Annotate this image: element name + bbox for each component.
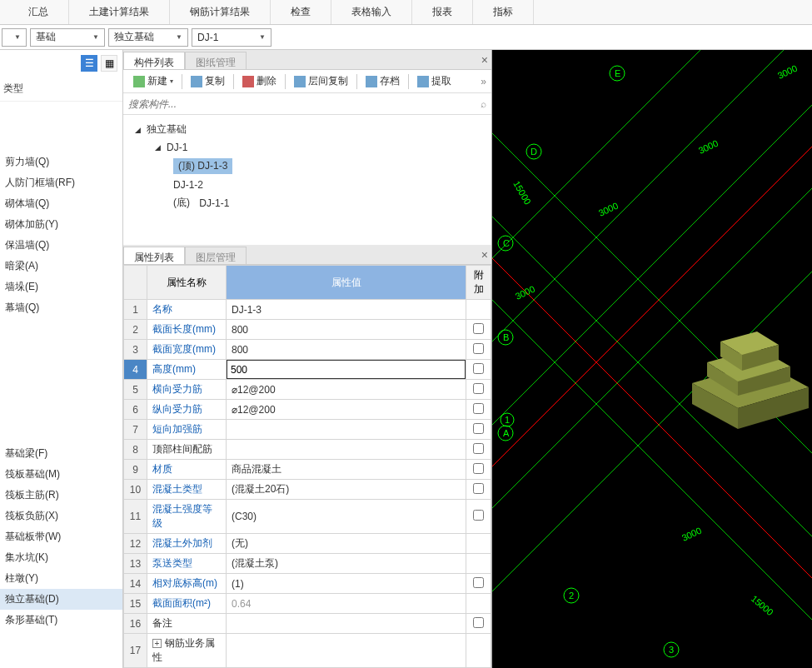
tab-summary[interactable]: 汇总 — [8, 0, 69, 24]
sidebar-item[interactable]: 砌体墙(Q) — [0, 193, 122, 214]
property-row[interactable]: 12混凝土外加剂(无) — [124, 534, 491, 554]
delete-button[interactable]: 删除 — [237, 72, 281, 90]
property-row[interactable]: 14相对底标高(m)(1) — [124, 574, 491, 594]
dropdown-instance[interactable]: DJ-1▼ — [192, 28, 271, 47]
property-value[interactable]: (C30) — [227, 500, 466, 534]
extra-checkbox[interactable] — [473, 510, 484, 521]
extra-checkbox[interactable] — [473, 443, 484, 454]
property-row[interactable]: 9材质商品混凝土 — [124, 460, 491, 480]
property-value[interactable]: 商品混凝土 — [227, 460, 466, 480]
dropdown-category[interactable]: 基础▼ — [30, 28, 105, 47]
layer-copy-button[interactable]: 层间复制 — [289, 72, 353, 90]
extra-checkbox[interactable] — [473, 423, 484, 434]
sidebar-item[interactable]: 保温墙(Q) — [0, 235, 122, 256]
property-value[interactable]: 800 — [227, 340, 466, 360]
property-value[interactable] — [227, 614, 466, 634]
property-value[interactable]: (无) — [227, 534, 466, 554]
property-row[interactable]: 11混凝土强度等级(C30) — [124, 500, 491, 534]
property-value[interactable]: (1) — [227, 574, 466, 594]
tree-node[interactable]: ◢DJ-1 — [123, 139, 491, 156]
extra-checkbox[interactable] — [473, 383, 484, 394]
property-value[interactable]: ⌀12@200 — [227, 380, 466, 400]
property-row[interactable]: 17+钢筋业务属性 — [124, 634, 491, 668]
property-row[interactable]: 13泵送类型(混凝土泵) — [124, 554, 491, 574]
tab-drawing-mgmt[interactable]: 图纸管理 — [185, 52, 247, 69]
toggle-icon[interactable]: ▦ — [101, 55, 117, 72]
property-row[interactable]: 15截面面积(m²)0.64 — [124, 594, 491, 614]
tree-collapse-icon[interactable]: ◢ — [135, 126, 143, 134]
extra-checkbox[interactable] — [473, 323, 484, 334]
sidebar-item[interactable]: 墙垛(E) — [0, 277, 122, 297]
extra-checkbox[interactable] — [473, 483, 484, 494]
tree-node[interactable]: (底) DJ-1-1 — [123, 193, 491, 212]
list-view-icon[interactable]: ☰ — [81, 55, 97, 72]
tab-check[interactable]: 检查 — [271, 0, 331, 24]
copy-button[interactable]: 复制 — [186, 72, 230, 90]
extra-checkbox[interactable] — [473, 577, 484, 588]
sidebar-item[interactable]: 筏板主筋(R) — [0, 485, 122, 506]
property-row[interactable]: 1名称DJ-1-3 — [124, 300, 491, 320]
property-row[interactable]: 7短向加强筋 — [124, 420, 491, 440]
sidebar-item[interactable]: 幕墙(Q) — [0, 297, 122, 318]
property-value[interactable] — [227, 420, 466, 440]
tab-index[interactable]: 指标 — [473, 0, 534, 24]
tab-layer-mgmt[interactable]: 图层管理 — [185, 247, 247, 264]
tab-report[interactable]: 报表 — [412, 0, 473, 24]
tree-node[interactable]: DJ-1-2 — [123, 177, 491, 193]
sidebar-item-selected[interactable]: 独立基础(D) — [0, 589, 122, 610]
sidebar-item[interactable]: 人防门框墙(RF) — [0, 172, 122, 193]
property-value[interactable] — [227, 634, 466, 668]
property-row[interactable]: 10混凝土类型(混凝土20石) — [124, 480, 491, 500]
tree-node-root[interactable]: ◢独立基础 — [123, 120, 491, 139]
extra-checkbox[interactable] — [473, 363, 484, 374]
property-value[interactable] — [227, 440, 466, 460]
tree-collapse-icon[interactable]: ◢ — [155, 143, 163, 152]
tab-rebar-result[interactable]: 钢筋计算结果 — [170, 0, 271, 24]
property-row[interactable]: 8顶部柱间配筋 — [124, 440, 491, 460]
property-value[interactable]: DJ-1-3 — [227, 300, 466, 320]
property-row[interactable]: 2截面长度(mm)800 — [124, 320, 491, 340]
sidebar-item[interactable]: 筏板基础(M) — [0, 464, 122, 485]
expand-icon[interactable]: » — [481, 76, 486, 87]
sidebar-item[interactable]: 基础板带(W) — [0, 526, 122, 547]
property-row[interactable]: 3截面宽度(mm)800 — [124, 340, 491, 360]
sidebar-item[interactable]: 暗梁(A) — [0, 256, 122, 277]
search-icon[interactable]: ⌕ — [481, 98, 486, 110]
property-value[interactable]: (混凝土20石) — [227, 480, 466, 500]
extract-button[interactable]: 提取 — [412, 72, 456, 90]
extra-checkbox[interactable] — [473, 403, 484, 414]
viewport-3d[interactable]: A B C D E 1 2 3 3000 3000 3000 3000 3000… — [492, 50, 812, 668]
tab-table-input[interactable]: 表格输入 — [331, 0, 412, 24]
sidebar-item[interactable]: 剪力墙(Q) — [0, 152, 122, 172]
property-value[interactable]: 0.64 — [227, 594, 466, 614]
sidebar-item[interactable]: 砌体加筋(Y) — [0, 214, 122, 235]
property-value[interactable]: (混凝土泵) — [227, 554, 466, 574]
tree-node-selected[interactable]: (顶) DJ-1-3 — [123, 156, 491, 177]
sidebar-item[interactable]: 基础梁(F) — [0, 443, 122, 464]
property-row[interactable]: 4高度(mm) — [124, 360, 491, 380]
search-input[interactable] — [128, 98, 481, 110]
close-icon[interactable]: × — [481, 53, 488, 67]
tab-property-list[interactable]: 属性列表 — [123, 247, 185, 264]
property-value[interactable]: 800 — [227, 320, 466, 340]
dropdown-1[interactable]: ▼ — [2, 28, 27, 47]
sidebar-item[interactable]: 集水坑(K) — [0, 547, 122, 568]
property-row[interactable]: 16备注 — [124, 614, 491, 634]
tab-component-list[interactable]: 构件列表 — [123, 52, 185, 69]
save-button[interactable]: 存档 — [361, 72, 405, 90]
sidebar-item[interactable]: 筏板负筋(X) — [0, 506, 122, 526]
property-row[interactable]: 6纵向受力筋⌀12@200 — [124, 400, 491, 420]
tab-civil-result[interactable]: 土建计算结果 — [69, 0, 170, 24]
sidebar-item[interactable]: 条形基础(T) — [0, 610, 122, 631]
property-value-input[interactable] — [227, 360, 466, 379]
extra-checkbox[interactable] — [473, 343, 484, 354]
extra-checkbox[interactable] — [473, 617, 484, 628]
property-row[interactable]: 5横向受力筋⌀12@200 — [124, 380, 491, 400]
sidebar-item[interactable]: 柱墩(Y) — [0, 568, 122, 589]
dropdown-type[interactable]: 独立基础▼ — [108, 28, 188, 47]
property-value[interactable]: ⌀12@200 — [227, 400, 466, 420]
property-value[interactable] — [227, 360, 466, 380]
close-icon[interactable]: × — [481, 248, 488, 262]
expand-icon[interactable]: + — [152, 639, 162, 648]
extra-checkbox[interactable] — [473, 463, 484, 474]
